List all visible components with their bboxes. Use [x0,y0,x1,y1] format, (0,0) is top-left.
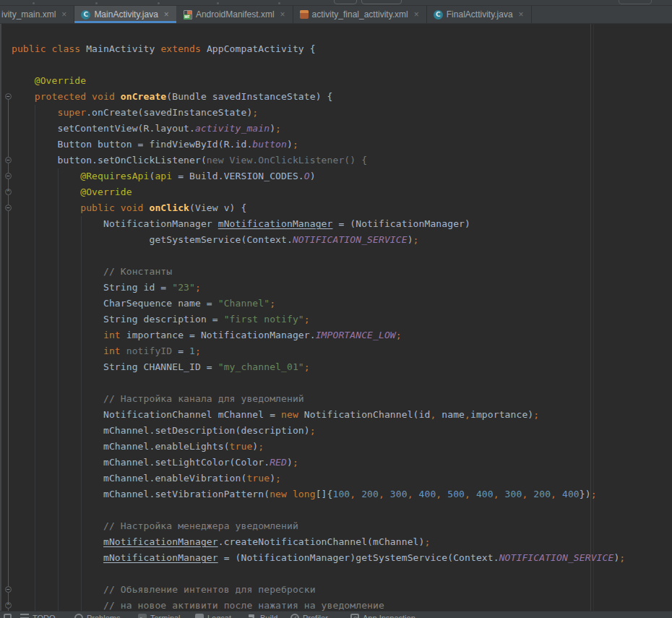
code-line-16: String id = "23"; [12,280,625,296]
tool-window-bar: TODOProblems>_TerminalLogcatBuildProfile… [0,611,672,618]
tool-window-switcher-icon[interactable] [4,614,12,618]
profiler-gauge-icon [290,614,299,618]
manifest-icon: MF [184,10,192,20]
tab-label: activity_final_acttivity.xml [312,9,408,20]
code-line-3: @Override [12,73,625,89]
tab-androidmanifest-xml[interactable]: MFAndroidManifest.xml× [177,6,293,23]
fold-minus-icon[interactable]: − [5,93,12,100]
code-line-30 [12,502,625,518]
java-class-icon: C [81,10,90,20]
tool-window-stripe-edge [0,24,1,611]
code-line-31: // Настройка менеджера уведомлений [12,518,625,534]
code-line-32: mNotificationManager.createNotificationC… [12,534,625,550]
code-line-4: protected void onCreate(Bundle savedInst… [12,89,625,105]
code-line-34 [12,566,625,582]
tab-finalacttivity-java[interactable]: CFinalActtivity.java× [427,6,532,23]
tool-window-label: Build [260,613,277,618]
toolbar-icon-partial [158,2,160,4]
code-line-33: mNotificationManager = (NotificationMana… [12,550,625,566]
code-line-25: mChannel.setDescription(description); [12,423,625,439]
code-line-19: int importance = NotificationManager.IMP… [12,327,625,343]
layout-xml-icon [300,10,309,19]
tab-label: FinalActtivity.java [447,9,513,20]
tool-window-label: Logcat [207,613,231,618]
tool-window-button-terminal[interactable]: >_Terminal [138,613,181,618]
code-line-14 [12,248,625,264]
tool-window-label: Problems [87,613,120,618]
search-button-partial[interactable] [619,0,652,4]
java-class-icon: C [434,10,443,20]
tool-window-label: Terminal [150,613,181,618]
tool-window-label: App Inspection [363,613,415,618]
code-line-21: String CHANNEL_ID = "my_channel_01"; [12,359,625,375]
fold-minus-icon[interactable]: − [5,157,12,163]
device-button-partial[interactable] [361,0,402,4]
tab-ivity-main-xml[interactable]: ivity_main.xml× [0,6,74,23]
code-line-26: mChannel.enableLights(true); [12,439,625,455]
tool-window-label: Profiler [303,613,328,618]
close-tab-icon[interactable]: × [280,10,285,19]
problems-circle-icon [74,614,83,618]
close-tab-icon[interactable]: × [414,10,419,19]
active-tab-underline [74,21,176,23]
fold-minus-icon[interactable]: − [5,586,12,593]
run-button-partial[interactable] [334,0,357,4]
code-text[interactable]: public class MainActivity extends AppCom… [12,41,625,611]
code-line-17: CharSequence name = "Channel"; [12,296,625,312]
editor-tab-bar: ivity_main.xml×CMainActivity.java×MFAndr… [0,6,672,24]
code-line-13: getSystemService(Context.NOTIFICATION_SE… [12,232,625,248]
tab-mainactivity-java[interactable]: CMainActivity.java× [74,6,177,23]
code-line-36: // на новое активити после нажатия на ув… [12,598,625,611]
logcat-icon [195,614,204,618]
code-line-29: mChannel.setVibrationPattern(new long[]{… [12,486,625,502]
code-line-2 [12,57,625,73]
tool-window-label: TODO [33,613,56,618]
code-line-5: super.onCreate(savedInstanceState); [12,105,625,121]
code-line-27: mChannel.setLightColor(Color.RED); [12,455,625,471]
tab-label: AndroidManifest.xml [196,9,275,20]
toolbar-icon-partial [33,2,35,4]
code-editor[interactable]: −−−⌃−−⌃ public class MainActivity extend… [0,24,672,611]
code-line-23: // Настройка канала для уведомлений [12,391,625,407]
tool-window-button-problems[interactable]: Problems [74,613,120,618]
code-line-1: public class MainActivity extends AppCom… [12,41,625,57]
tool-window-button-logcat[interactable]: Logcat [195,613,231,618]
main-toolbar-clipped [0,0,672,6]
code-line-15: // Константы [12,264,625,280]
close-tab-icon[interactable]: × [164,10,169,19]
fold-minus-icon[interactable]: − [5,205,12,211]
tab-activity-final-acttivity-xml[interactable]: activity_final_acttivity.xml× [293,6,427,23]
build-hammer-icon [248,614,257,618]
toolbar-icon-partial [217,2,219,4]
fold-end-icon[interactable]: ⌃ [5,189,12,195]
code-line-18: String description = "first notify"; [12,312,625,327]
close-tab-icon[interactable]: × [519,10,524,19]
tool-window-button-app-inspection[interactable]: App Inspection [350,613,415,618]
fold-end-icon[interactable]: ⌃ [5,602,12,609]
code-line-8: button.setOnClickListener(new View.OnCli… [12,153,625,168]
fold-minus-icon[interactable]: − [5,173,12,179]
code-line-28: mChannel.enableVibration(true); [12,471,625,486]
tab-label: ivity_main.xml [1,9,56,20]
tool-window-button-todo[interactable]: TODO [20,613,56,618]
code-line-9: @RequiresApi(api = Build.VERSION_CODES.O… [12,168,625,184]
code-line-20: int notifyID = 1; [12,343,625,359]
code-line-35: // Обьявление интентов для переброски [12,582,625,598]
code-line-12: NotificationManager mNotificationManager… [12,216,625,232]
code-line-7: Button button = findViewById(R.id.button… [12,137,625,153]
code-line-11: public void onClick(View v) { [12,200,625,216]
tool-window-button-profiler[interactable]: Profiler [290,613,328,618]
code-line-10: @Override [12,184,625,200]
todo-list-icon [20,614,29,618]
code-line-6: setContentView(R.layout.activity_main); [12,121,625,137]
toolbar-icon-partial [278,2,280,4]
terminal-icon: >_ [138,614,147,618]
toolbar-icon-partial [95,2,98,4]
tab-label: MainActivity.java [94,9,158,20]
code-line-24: NotificationChannel mChannel = new Notif… [12,407,625,423]
close-tab-icon[interactable]: × [61,10,66,19]
tool-window-button-build[interactable]: Build [248,613,277,618]
android-studio-window: ivity_main.xml×CMainActivity.java×MFAndr… [0,0,672,618]
app-inspection-icon [350,614,359,618]
code-line-22 [12,375,625,391]
